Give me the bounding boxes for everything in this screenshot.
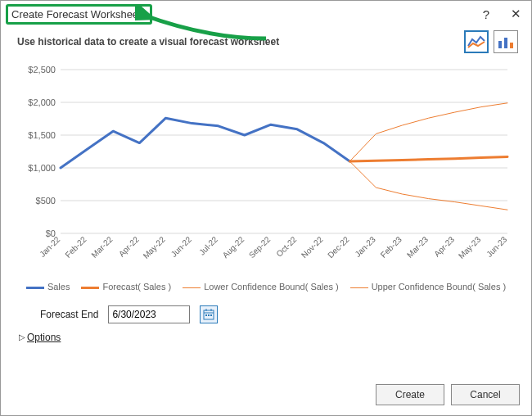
cancel-button[interactable]: Cancel [451, 384, 520, 405]
forecast-dialog: Create Forecast Worksheet ? ✕ Use histor… [0, 0, 532, 416]
legend-item: Forecast( Sales ) [81, 282, 171, 292]
help-button[interactable]: ? [480, 7, 493, 21]
titlebar: Create Forecast Worksheet ? ✕ [1, 1, 531, 27]
column-chart-icon [497, 34, 515, 49]
svg-text:Apr-23: Apr-23 [432, 234, 456, 258]
svg-rect-37 [205, 314, 207, 316]
calendar-icon [203, 309, 214, 320]
svg-text:May-23: May-23 [457, 234, 483, 260]
svg-text:Feb-23: Feb-23 [379, 234, 404, 259]
svg-text:$500: $500 [36, 196, 56, 206]
legend-label: Lower Confidence Bound( Sales ) [204, 282, 338, 292]
svg-rect-2 [510, 43, 513, 48]
svg-text:$1,500: $1,500 [28, 130, 56, 140]
svg-text:$2,000: $2,000 [28, 97, 56, 107]
forecast-chart: $0$500$1,000$1,500$2,000$2,500Jan-22Feb-… [16, 61, 516, 278]
svg-text:Sep-22: Sep-22 [247, 234, 273, 260]
svg-text:$2,500: $2,500 [28, 65, 56, 75]
svg-text:Oct-22: Oct-22 [274, 234, 298, 258]
line-chart-type-button[interactable] [464, 30, 489, 53]
svg-text:Aug-22: Aug-22 [221, 234, 246, 260]
svg-rect-0 [498, 41, 502, 48]
svg-text:Nov-22: Nov-22 [300, 234, 325, 260]
svg-text:Jun-22: Jun-22 [169, 234, 194, 259]
svg-text:Mar-22: Mar-22 [89, 234, 114, 259]
svg-text:Dec-22: Dec-22 [326, 234, 351, 260]
dialog-subtitle: Use historical data to create a visual f… [17, 36, 279, 47]
dialog-title: Create Forecast Worksheet [6, 4, 152, 25]
svg-text:Jul-22: Jul-22 [197, 234, 219, 256]
date-picker-button[interactable] [200, 305, 218, 323]
svg-text:May-22: May-22 [142, 234, 168, 260]
line-chart-icon [467, 34, 485, 49]
column-chart-type-button[interactable] [494, 30, 518, 53]
svg-text:Apr-22: Apr-22 [117, 234, 141, 258]
legend-label: Sales [47, 282, 70, 292]
options-toggle[interactable]: Options [27, 332, 61, 343]
legend-label: Forecast( Sales ) [102, 282, 171, 292]
svg-text:Jan-23: Jan-23 [353, 234, 377, 259]
legend-item: Lower Confidence Bound( Sales ) [183, 282, 338, 292]
legend-item: Sales [26, 282, 70, 292]
chart-area: $0$500$1,000$1,500$2,000$2,500Jan-22Feb-… [16, 61, 516, 299]
dialog-button-row: Create Cancel [376, 384, 520, 405]
svg-text:$1,000: $1,000 [28, 163, 56, 173]
svg-text:Jun-23: Jun-23 [485, 234, 509, 259]
chevron-right-icon: ▷ [19, 332, 25, 341]
create-button[interactable]: Create [376, 384, 444, 405]
chart-legend: Sales Forecast( Sales ) Lower Confidence… [16, 282, 516, 292]
svg-text:Feb-22: Feb-22 [63, 234, 88, 259]
svg-text:Mar-23: Mar-23 [405, 234, 430, 259]
svg-rect-39 [210, 314, 212, 316]
forecast-end-row: Forecast End [1, 299, 531, 328]
options-row: ▷Options [1, 328, 531, 343]
svg-rect-1 [504, 38, 507, 48]
legend-label: Upper Confidence Bound( Sales ) [372, 282, 506, 292]
chart-type-group [464, 30, 518, 53]
forecast-end-label: Forecast End [40, 309, 98, 320]
legend-item: Upper Confidence Bound( Sales ) [350, 282, 506, 292]
forecast-end-input[interactable] [108, 305, 190, 323]
svg-rect-38 [208, 314, 210, 316]
close-button[interactable]: ✕ [507, 7, 525, 21]
